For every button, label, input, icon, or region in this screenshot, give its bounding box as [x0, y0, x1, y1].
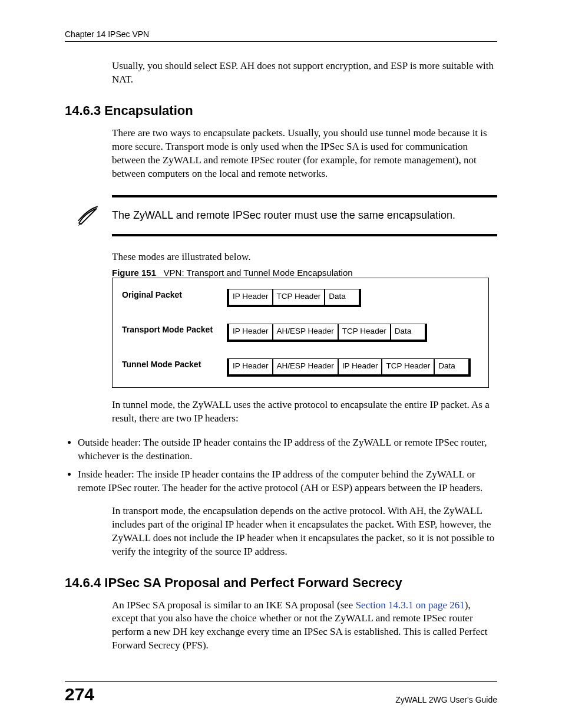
encapsulation-para-4: In transport mode, the encapsulation dep… [112, 505, 497, 559]
encapsulation-para-2: These modes are illustrated below. [112, 251, 497, 264]
packet-cell: TCP Header [338, 324, 391, 342]
packet-cell: IP Header [227, 289, 273, 307]
page-footer: 274 ZyWALL 2WG User's Guide [65, 681, 497, 704]
packet-label: Tunnel Mode Packet [122, 358, 227, 369]
packet-cell: TCP Header [273, 289, 325, 307]
packet-cell: AH/ESP Header [273, 358, 338, 377]
packet-label: Transport Mode Packet [122, 324, 227, 334]
packet-cell: AH/ESP Header [273, 324, 338, 342]
packet-label: Original Packet [122, 289, 227, 299]
packet-cell: IP Header [227, 324, 273, 342]
footer-rule [65, 681, 497, 682]
note-rule-bottom [112, 234, 497, 236]
figure-box: Original Packet IP Header TCP Header Dat… [112, 278, 489, 388]
figure-title: VPN: Transport and Tunnel Mode Encapsula… [164, 268, 353, 278]
list-item: Inside header: The inside IP header cont… [78, 468, 497, 495]
packet-row-tunnel: Tunnel Mode Packet IP Header AH/ESP Head… [122, 358, 481, 377]
note-icon [65, 203, 112, 228]
note-text: The ZyWALL and remote IPSec router must … [112, 208, 455, 222]
figure-label: Figure 151 [112, 268, 156, 278]
note-block: The ZyWALL and remote IPSec router must … [65, 195, 497, 236]
packet-cell: TCP Header [382, 358, 434, 377]
encapsulation-para-3: In tunnel mode, the ZyWALL uses the acti… [112, 398, 497, 426]
packet-cell: Data [391, 324, 427, 342]
packet-row-original: Original Packet IP Header TCP Header Dat… [122, 289, 481, 307]
page-number: 274 [65, 684, 94, 704]
figure-caption: Figure 151 VPN: Transport and Tunnel Mod… [112, 268, 497, 278]
guide-name: ZyWALL 2WG User's Guide [395, 695, 497, 704]
packet-row-transport: Transport Mode Packet IP Header AH/ESP H… [122, 324, 481, 342]
header-rule [65, 41, 497, 42]
section-heading-encapsulation: 14.6.3 Encapsulation [65, 103, 497, 118]
note-rule-top [112, 195, 497, 197]
intro-paragraph: Usually, you should select ESP. AH does … [112, 60, 497, 87]
packet-cell: Data [434, 358, 471, 377]
running-head: Chapter 14 IPSec VPN [65, 29, 497, 39]
packet-cell: IP Header [338, 358, 382, 377]
section-heading-pfs: 14.6.4 IPSec SA Proposal and Perfect For… [65, 575, 497, 591]
packet-cell: Data [325, 289, 361, 307]
cross-reference-link[interactable]: Section 14.3.1 on page 261 [356, 599, 465, 611]
packet-cell: IP Header [227, 358, 273, 377]
list-item: Outside header: The outside IP header co… [78, 436, 497, 463]
header-bullet-list: Outside header: The outside IP header co… [65, 436, 497, 495]
pfs-paragraph: An IPSec SA proposal is similar to an IK… [112, 599, 497, 653]
encapsulation-para-1: There are two ways to encapsulate packet… [112, 127, 497, 181]
pfs-text-pre: An IPSec SA proposal is similar to an IK… [112, 599, 356, 611]
